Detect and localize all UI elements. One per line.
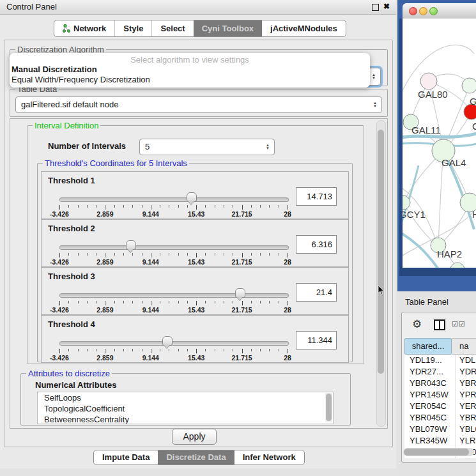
combo-arrows-icon: ▲▼ <box>373 102 377 108</box>
svg-text:GAL4: GAL4 <box>441 157 466 168</box>
threshold-4-title: Threshold 4 <box>48 319 95 329</box>
table-horizontal-scrollbar[interactable] <box>403 448 474 456</box>
interval-definition-group: Interval Definition Number of Intervals … <box>27 125 364 364</box>
zoom-traffic-light-icon[interactable] <box>429 7 438 15</box>
column-header-shared-name[interactable]: shared... <box>404 338 452 355</box>
number-of-intervals-value: 5 <box>145 139 150 155</box>
tab-jactivemnodules[interactable]: jActiveMNodules <box>262 20 346 36</box>
cyni-toolbox-panel: Discretization Algorithm ▲▼ Select algor… <box>4 40 393 447</box>
threshold-4-slider[interactable]: -3.426 2.859 9.144 15.43 21.715 28 <box>59 335 288 360</box>
threshold-2-slider[interactable]: -3.426 2.859 9.144 15.43 21.715 28 <box>59 239 288 265</box>
threshold-3-panel: Threshold 3 -3.426 2.859 <box>41 267 349 315</box>
slider-tick-labels: -3.426 2.859 9.144 15.43 21.715 28 <box>59 258 288 266</box>
table-row[interactable]: YLR345WYLR3 <box>404 435 476 447</box>
column-checkboxes-icon[interactable]: ☑☑ <box>452 320 466 328</box>
table-data-combobox[interactable]: galFiltered.sif default node ▲▼ <box>15 96 382 113</box>
close-icon[interactable]: ✖ <box>383 2 390 11</box>
mouse-cursor <box>378 286 385 295</box>
thresholds-group: Threshold's Coordinates for 5 Intervals … <box>37 163 353 362</box>
threshold-2-value-field[interactable]: 6.316 <box>296 235 337 254</box>
tab-infer-network-label: Infer Network <box>243 450 296 464</box>
cyni-bottom-tab-bar: Impute Data Discretize Data Infer Networ… <box>93 450 305 465</box>
settings-scrollbar[interactable] <box>376 120 386 427</box>
slider-track[interactable] <box>59 341 289 346</box>
network-node[interactable] <box>450 263 464 268</box>
tab-impute-data[interactable]: Impute Data <box>94 450 158 464</box>
threshold-4-value-field[interactable]: 11.344 <box>296 331 337 349</box>
split-view-icon[interactable] <box>434 319 445 330</box>
network-window-frame <box>399 268 476 276</box>
table-row[interactable]: YDL19...YDL1 <box>404 355 476 366</box>
control-panel-titlebar: Control Panel ✖ <box>0 0 396 15</box>
threshold-1-slider-thumb[interactable] <box>187 192 197 202</box>
tab-select-label: Select <box>160 21 185 36</box>
numerical-attributes-list[interactable]: SelfLoops TopologicalCoefficient Between… <box>37 392 334 424</box>
threshold-2-title: Threshold 2 <box>48 224 95 233</box>
float-window-icon[interactable] <box>372 4 379 11</box>
tab-discretize-data-label: Discretize Data <box>166 450 226 464</box>
slider-track[interactable] <box>59 197 289 202</box>
network-graph: GAL80 GA GAL11 C GAL4 GCY1 H HAP2 <box>403 19 476 268</box>
tab-style-label: Style <box>123 21 143 36</box>
threshold-1-value-field[interactable]: 14.713 <box>296 187 337 206</box>
svg-text:H: H <box>472 209 476 220</box>
tab-jactivemnodules-label: jActiveMNodules <box>270 21 337 36</box>
table-row[interactable]: YBR045CYBR0 <box>404 412 476 424</box>
option-equal-width-frequency[interactable]: Equal Width/Frequency Discretization <box>10 75 370 85</box>
svg-text:GA: GA <box>470 96 476 107</box>
threshold-3-slider-thumb[interactable] <box>235 288 245 298</box>
table-row[interactable]: YPR145WYPR1 <box>404 389 476 401</box>
threshold-3-slider[interactable]: -3.426 2.859 9.144 15.43 21.715 28 <box>59 287 288 312</box>
slider-tick-labels: -3.426 2.859 9.144 15.43 21.715 28 <box>59 306 288 314</box>
table-row[interactable]: YBR043CYBR0 <box>404 378 476 389</box>
table-row[interactable]: YER054CYER0 <box>404 401 476 412</box>
network-node[interactable] <box>462 78 476 93</box>
svg-text:C: C <box>472 121 476 132</box>
tab-style[interactable]: Style <box>114 20 151 36</box>
settings-scroll-area: Interval Definition Number of Intervals … <box>10 118 388 429</box>
slider-track[interactable] <box>59 293 289 298</box>
network-canvas[interactable]: GAL80 GA GAL11 C GAL4 GCY1 H HAP2 <box>403 19 476 268</box>
threshold-4-slider-thumb[interactable] <box>162 336 173 346</box>
threshold-2-slider-thumb[interactable] <box>126 240 136 250</box>
list-item[interactable]: BetweennessCentrality <box>38 414 333 424</box>
table-row[interactable]: YDR27...YDR2 <box>404 366 476 378</box>
threshold-3-title: Threshold 3 <box>48 272 95 281</box>
minimize-traffic-light-icon[interactable] <box>419 7 427 15</box>
control-panel-tab-bar: Network Style Select Cyni Toolbox jActiv… <box>54 20 346 37</box>
tab-network[interactable]: Network <box>54 20 114 36</box>
slider-track[interactable] <box>59 245 289 250</box>
table-data-value: galFiltered.sif default node <box>21 97 118 112</box>
table-row[interactable]: YBL079WYBL0 <box>404 424 476 435</box>
threshold-4-panel: Threshold 4 -3.426 2.859 <box>41 315 349 363</box>
attributes-group-label: Attributes to discretize <box>26 369 112 378</box>
gear-icon[interactable]: ⚙ <box>412 318 422 331</box>
apply-button[interactable]: Apply <box>172 429 217 445</box>
close-traffic-light-icon[interactable] <box>409 7 417 15</box>
network-node[interactable] <box>420 73 437 89</box>
option-manual-discretization[interactable]: Manual Discretization <box>10 65 370 75</box>
column-header-name[interactable]: na <box>452 338 476 355</box>
numerical-attributes-label: Numerical Attributes <box>35 380 116 390</box>
control-panel-title: Control Panel <box>6 0 57 14</box>
threshold-1-slider[interactable]: -3.426 2.859 9.144 15.43 21.715 28 <box>59 191 288 217</box>
tab-cyni-toolbox[interactable]: Cyni Toolbox <box>194 20 262 36</box>
attributes-list-scrollbar[interactable] <box>325 393 332 422</box>
number-of-intervals-combobox[interactable]: 5 ▲▼ <box>139 139 275 155</box>
table-horizontal-scrollbar-thumb[interactable] <box>404 449 469 456</box>
tab-infer-network[interactable]: Infer Network <box>234 450 304 464</box>
thresholds-group-label: Threshold's Coordinates for 5 Intervals <box>43 158 189 168</box>
settings-scrollbar-thumb[interactable] <box>378 130 384 374</box>
tab-select[interactable]: Select <box>151 20 193 36</box>
tab-impute-data-label: Impute Data <box>102 450 150 464</box>
list-item[interactable]: TopologicalCoefficient <box>38 403 333 414</box>
slider-ticks <box>59 253 288 257</box>
list-item[interactable]: SelfLoops <box>38 392 333 403</box>
algorithm-hint: Select algorithm to view settings <box>10 55 370 65</box>
threshold-2-panel: Threshold 2 -3.426 2.859 <box>41 219 349 267</box>
tab-discretize-data[interactable]: Discretize Data <box>158 450 234 464</box>
table-header: shared... na <box>404 338 476 355</box>
node-table: shared... na YDL19...YDL1 YDR27...YDR2 Y… <box>404 338 476 458</box>
threshold-3-value-field[interactable]: 21.4 <box>296 283 337 302</box>
control-panel-window: Control Panel ✖ Network Style Select Cyn… <box>0 0 396 468</box>
